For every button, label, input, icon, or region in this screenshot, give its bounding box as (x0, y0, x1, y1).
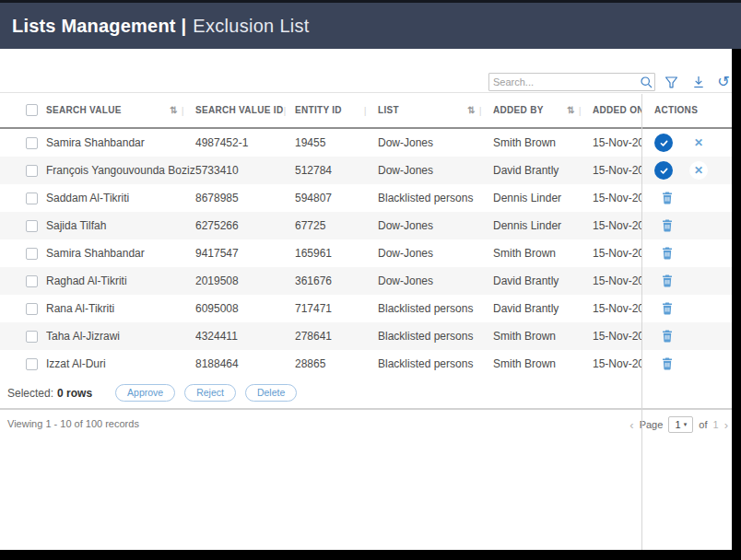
column-divider: | (579, 105, 582, 116)
page-label: Page (640, 419, 664, 430)
row-checkbox[interactable] (26, 192, 38, 204)
cell-list: Blacklisted persons (378, 330, 493, 343)
row-checkbox[interactable] (26, 275, 38, 287)
table-header: SEARCH VALUE ⇅| SEARCH VALUE ID | ENTITY… (0, 93, 741, 129)
cell-list: Dow-Jones (378, 136, 493, 149)
cell-entity-id: 19455 (295, 136, 378, 149)
cell-search-value-id: 6275266 (195, 219, 295, 232)
table-row: Samira Shahbandar 4987452-1 19455 Dow-Jo… (0, 129, 741, 157)
restore-icon[interactable]: ↺ (715, 74, 732, 90)
approve-check-icon[interactable] (654, 134, 673, 152)
trash-icon[interactable] (642, 357, 673, 370)
table-row: Saddam Al-Tikriti 8678985 594807 Blackli… (0, 184, 741, 212)
cell-search-value-id: 6095008 (195, 302, 295, 315)
chevron-right-icon[interactable]: › (724, 419, 728, 431)
cell-search-value: Taha Al-Jizrawi (46, 330, 195, 343)
cell-search-value-id: 5733410 (195, 164, 295, 177)
cell-list: Blacklisted persons (378, 357, 493, 370)
page-title: Lists Management | (12, 16, 186, 37)
reject-button[interactable]: Reject (184, 384, 236, 402)
sort-icon[interactable]: ⇅ (170, 105, 178, 115)
row-checkbox[interactable] (26, 165, 38, 177)
actions-cell: ✕ (642, 161, 732, 180)
cell-added-on: 15-Nov-2019, (593, 247, 642, 260)
actions-cell: ✕ (642, 330, 732, 343)
page-select[interactable]: 1 ▾ (668, 416, 693, 433)
table-row: Sajida Tilfah 6275266 67725 Dow-Jones De… (0, 212, 741, 239)
column-header-list[interactable]: LIST ⇅| (378, 105, 493, 116)
cell-list: Dow-Jones (378, 219, 493, 232)
cell-search-value-id: 9417547 (195, 247, 295, 260)
approve-button[interactable]: Approve (115, 384, 175, 402)
cell-list: Dow-Jones (378, 247, 493, 260)
cell-entity-id: 28865 (295, 357, 378, 370)
trash-icon[interactable] (642, 330, 673, 343)
download-icon[interactable] (690, 74, 707, 90)
cell-entity-id: 512784 (295, 164, 378, 177)
of-label: of (699, 419, 707, 430)
table-row: Rana Al-Tikriti 6095008 717471 Blacklist… (0, 295, 741, 322)
cell-added-on: 15-Nov-2019, (593, 330, 642, 343)
table-row: Raghad Al-Tikriti 2019508 361676 Dow-Jon… (0, 267, 741, 295)
cell-search-value-id: 4324411 (195, 330, 295, 343)
actions-cell: ✕ (642, 247, 732, 260)
column-header-search-value[interactable]: SEARCH VALUE ⇅| (46, 105, 195, 116)
trash-icon[interactable] (642, 302, 673, 315)
page-subtitle: Exclusion List (193, 16, 309, 37)
actions-cell: ✕ (642, 357, 732, 370)
cell-entity-id: 717471 (295, 302, 378, 315)
column-header-actions: ACTIONS (642, 105, 732, 115)
row-checkbox[interactable] (26, 220, 38, 232)
sort-icon[interactable]: ⇅ (567, 105, 575, 115)
cell-added-by: David Brantly (493, 164, 593, 177)
column-header-added-by[interactable]: ADDED BY ⇅| (493, 105, 593, 116)
cell-added-on: 15-Nov-2019, (593, 164, 642, 177)
delete-button[interactable]: Delete (245, 384, 297, 402)
trash-icon[interactable] (642, 247, 673, 260)
cell-list: Dow-Jones (378, 274, 493, 287)
chevron-left-icon[interactable]: ‹ (629, 419, 633, 431)
cell-list: Dow-Jones (378, 164, 493, 177)
cell-search-value: Sajida Tilfah (46, 219, 195, 232)
actions-cell: ✕ (642, 274, 732, 287)
search-input[interactable] (489, 76, 638, 88)
cell-added-by: Smith Brown (493, 357, 593, 370)
cell-added-on: 15-Nov-2019, (593, 192, 642, 204)
row-checkbox[interactable] (26, 303, 38, 315)
cell-search-value: Raghad Al-Tikriti (46, 274, 195, 287)
caret-down-icon: ▾ (684, 421, 688, 428)
reject-x-icon[interactable]: ✕ (689, 161, 708, 180)
table-row: François Yangouvounda Bozizé 5733410 512… (0, 157, 741, 184)
filter-icon[interactable] (663, 74, 679, 90)
cell-search-value: Saddam Al-Tikriti (46, 192, 195, 204)
cell-search-value: Izzat Al-Duri (46, 357, 195, 370)
records-summary: Viewing 1 - 10 of 100 records (7, 418, 139, 429)
column-divider: | (479, 105, 482, 116)
cell-search-value-id: 4987452-1 (195, 136, 295, 149)
column-header-entity-id[interactable]: ENTITY ID | (295, 105, 378, 116)
trash-icon[interactable] (642, 274, 673, 287)
cell-search-value: Samira Shahbandar (46, 247, 195, 260)
cell-added-on: 15-Nov-2019, (593, 219, 642, 232)
row-checkbox[interactable] (26, 358, 38, 370)
trash-icon[interactable] (642, 192, 673, 204)
column-header-search-value-id[interactable]: SEARCH VALUE ID | (195, 105, 295, 116)
row-checkbox[interactable] (26, 137, 38, 149)
table-row: Taha Al-Jizrawi 4324411 278641 Blacklist… (0, 322, 741, 350)
approve-check-icon[interactable] (654, 161, 673, 180)
row-checkbox[interactable] (26, 248, 38, 260)
select-all-checkbox[interactable] (26, 104, 38, 116)
table-row: Izzat Al-Duri 8188464 28865 Blacklisted … (0, 350, 741, 378)
trash-icon[interactable] (642, 219, 673, 232)
row-checkbox[interactable] (26, 331, 38, 343)
pagination: ‹ Page 1 ▾ of 1 › (629, 416, 728, 433)
column-header-added-on[interactable]: ADDED ON (593, 105, 642, 115)
page-header: Lists Management | Exclusion List (0, 0, 741, 49)
sort-icon[interactable]: ⇅ (467, 105, 476, 115)
reject-x-icon[interactable]: ✕ (689, 134, 708, 152)
lists-management-page: Lists Management | Exclusion List ↺ SEAR… (0, 0, 741, 560)
cell-list: Blacklisted persons (378, 192, 493, 204)
search-icon[interactable] (638, 76, 654, 88)
cell-added-by: Smith Brown (493, 247, 593, 260)
selected-label: Selected: (7, 387, 53, 400)
